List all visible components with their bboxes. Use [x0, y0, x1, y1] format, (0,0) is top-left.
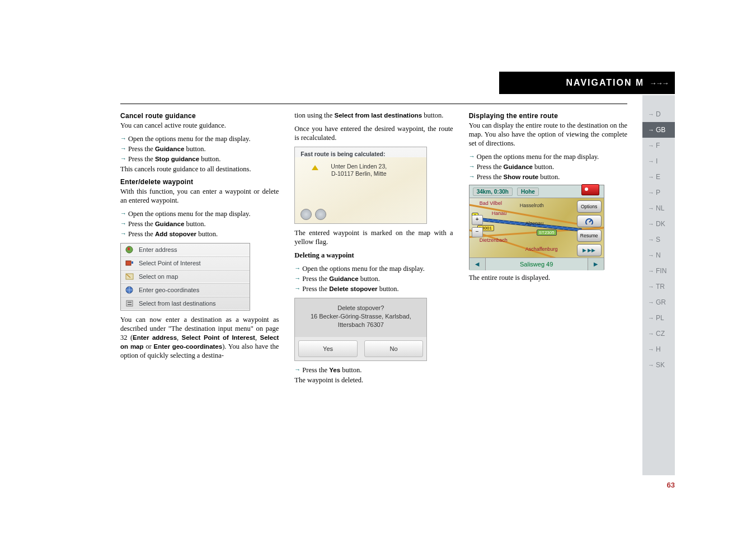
text: You can cancel active route guidance. — [120, 121, 279, 130]
options-button[interactable]: Options — [577, 200, 602, 213]
step-text: button. — [184, 220, 205, 228]
step-text: button. — [378, 285, 399, 293]
speed-button[interactable] — [577, 215, 602, 227]
compass-icon — [300, 209, 312, 220]
prev-button[interactable]: ◄ — [469, 258, 486, 270]
heading-display-route: Displaying the entire route — [469, 112, 627, 120]
arrow-icon: → — [120, 209, 126, 217]
step-text: Press the — [128, 220, 155, 228]
text-span: , — [177, 334, 182, 341]
lang-dk[interactable]: →DK — [642, 216, 675, 232]
step-text: button. — [359, 275, 380, 283]
lang-nl[interactable]: →NL — [642, 200, 675, 216]
lang-s[interactable]: →S — [642, 232, 675, 247]
lang-code: S — [656, 236, 660, 243]
lang-code: P — [656, 189, 660, 196]
ui-button-ref: Delete stopover — [329, 285, 377, 292]
text: This cancels route guidance to all desti… — [120, 165, 279, 174]
arrow-icon: → — [648, 346, 654, 353]
lang-code: TR — [656, 283, 665, 291]
step: →Open the options menu for the map displ… — [120, 134, 279, 143]
ui-button-ref: Guidance — [329, 275, 358, 282]
step-text: Press the — [477, 163, 504, 171]
step: →Press the Guidance button. — [120, 219, 279, 228]
arrow-icon: → — [648, 221, 654, 227]
lang-pl[interactable]: →PL — [642, 310, 675, 326]
lang-e[interactable]: →E — [642, 169, 675, 185]
lang-cz[interactable]: →CZ — [642, 326, 675, 341]
lang-fin[interactable]: →FIN — [642, 263, 675, 279]
lang-code: CZ — [656, 330, 665, 338]
arrow-icon: → — [648, 299, 654, 306]
arrow-icon: → — [648, 236, 654, 243]
text-span: button. — [422, 111, 443, 119]
ui-button-ref: Guidance — [504, 163, 533, 170]
menu-label: Enter address — [139, 246, 177, 253]
header-arrows: →→→ — [650, 79, 668, 87]
language-sidebar: →D→GB→F→I→E→P→NL→DK→S→N→FIN→TR→GR→PL→CZ→… — [642, 95, 675, 475]
no-button[interactable]: No — [364, 340, 424, 357]
text: The waypoint is deleted. — [294, 376, 453, 385]
zoom-in-button[interactable]: + — [472, 215, 483, 225]
lang-gb[interactable]: →GB — [642, 122, 675, 138]
step-text: Open the options menu for the map displa… — [128, 210, 251, 218]
lang-sk[interactable]: →SK — [642, 357, 675, 373]
text: You can now enter a destination as a way… — [120, 315, 279, 360]
lang-code: D — [656, 110, 661, 118]
menu-item-poi[interactable]: Select Point of Interest — [121, 256, 250, 270]
step: →Press the Guidance button. — [294, 274, 453, 283]
step-text: button. — [538, 173, 560, 181]
step-text: Press the — [302, 285, 329, 293]
lang-f[interactable]: →F — [642, 138, 675, 153]
resume-button[interactable]: Resume — [577, 229, 602, 242]
lang-tr[interactable]: →TR — [642, 279, 675, 294]
lang-code: E — [656, 173, 660, 181]
menu-item-geo[interactable]: Enter geo-coordinates — [121, 283, 250, 297]
lang-gr[interactable]: →GR — [642, 294, 675, 310]
lang-p[interactable]: →P — [642, 185, 675, 200]
header-arrows-box: →→→ — [642, 72, 675, 94]
lang-h[interactable]: →H — [642, 341, 675, 357]
arrow-icon: → — [469, 172, 475, 180]
arrow-icon: → — [648, 111, 654, 118]
menu-item-select-map[interactable]: Select on map — [121, 270, 250, 283]
bold-heading: Deleting a waypoint — [294, 251, 354, 259]
step-text: Press the — [128, 230, 155, 238]
svg-rect-2 — [126, 261, 131, 265]
svg-rect-6 — [126, 301, 133, 306]
dialog-addr-line: Ittersbach 76307 — [298, 321, 423, 329]
next-button[interactable]: ► — [588, 258, 604, 270]
lang-code: DK — [656, 220, 665, 228]
arrow-icon: → — [648, 283, 654, 290]
ui-button-ref: Yes — [329, 367, 340, 373]
lang-d[interactable]: →D — [642, 106, 675, 122]
menu-item-last-dest[interactable]: Select from last destinations — [121, 297, 250, 310]
arrow-icon: → — [120, 154, 126, 162]
text: The entered waypoint is marked on the ma… — [294, 228, 453, 246]
ui-ref: Select Point of Interest — [182, 334, 255, 341]
city-label: Bad Vilbel — [480, 200, 502, 206]
svg-rect-3 — [132, 261, 133, 264]
road-sign: ST2305 — [537, 229, 557, 236]
calc-title: Fast route is being calculated: — [295, 147, 426, 157]
yes-button[interactable]: Yes — [298, 340, 358, 357]
play-button[interactable]: ▶ ▶▶ — [577, 244, 602, 256]
delete-stopover-dialog: Delete stopover? 16 Becker-Göring-Strass… — [294, 298, 427, 361]
step-text: Press the — [128, 145, 155, 153]
city-label: Dietzenbach — [480, 237, 508, 243]
text: With this function, you can enter a wayp… — [120, 187, 279, 205]
map-canvas: Bad Vilbel Hanau Hasselroth Alzenau Diet… — [469, 198, 604, 257]
menu-item-enter-address[interactable]: Enter address — [121, 243, 250, 256]
lang-i[interactable]: →I — [642, 153, 675, 169]
lang-n[interactable]: →N — [642, 247, 675, 263]
lang-code: FIN — [656, 267, 666, 275]
ui-ref: Enter geo-coordinates — [153, 343, 222, 350]
text-span: or — [144, 343, 154, 350]
zoom-out-button[interactable]: − — [472, 227, 483, 237]
step: →Press the Guidance button. — [469, 162, 627, 171]
compass-icon — [315, 209, 326, 220]
history-icon — [125, 299, 134, 307]
svg-rect-8 — [128, 304, 132, 305]
map-icon — [125, 273, 134, 280]
ui-ref: Select from last destinations — [335, 112, 422, 119]
